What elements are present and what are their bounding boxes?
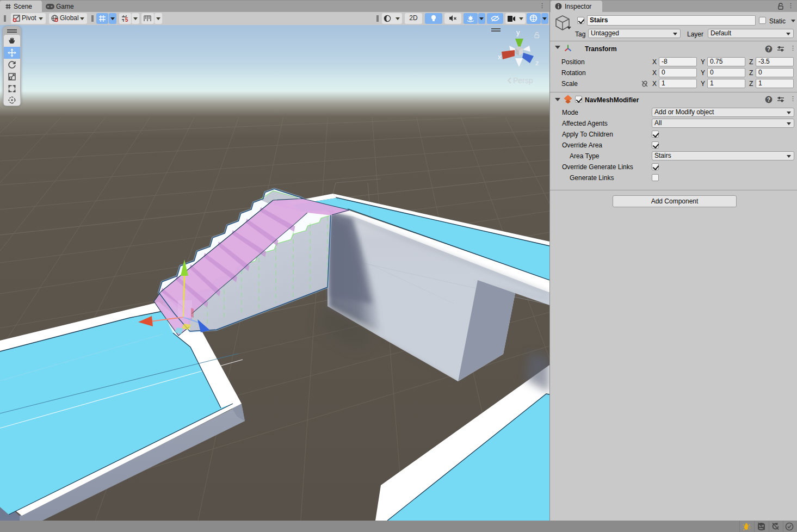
svg-text:x: x [498,53,502,61]
svg-text:?: ? [767,46,770,52]
svg-text:5: 5 [125,17,128,23]
svg-text:z: z [535,59,539,67]
svg-text:?: ? [767,97,770,103]
svg-text:y: y [516,28,520,36]
